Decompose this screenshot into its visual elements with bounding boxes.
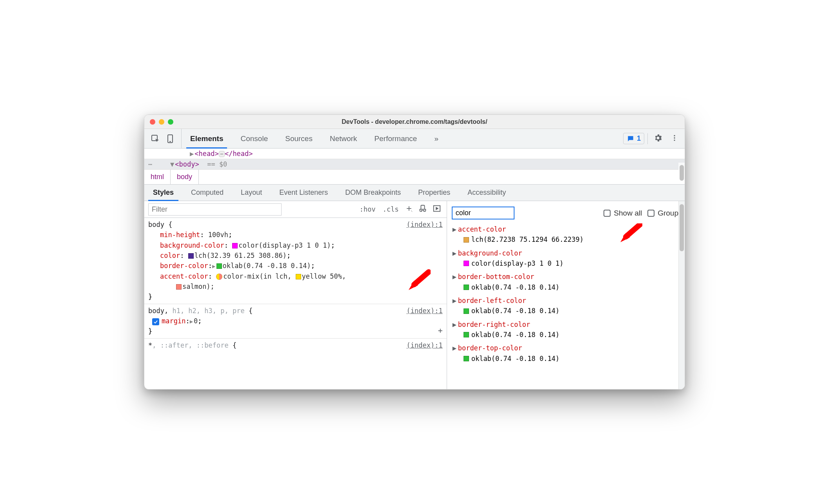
tab-network[interactable]: Network [321, 129, 366, 148]
styles-rules: body { (index):1 min-height: 100vh; back… [144, 218, 447, 389]
sidebar-tabs: Styles Computed Layout Event Listeners D… [144, 185, 685, 201]
computed-scrollbar[interactable] [678, 201, 685, 389]
main-scrollbar[interactable] [678, 163, 685, 170]
styles-pane: :hov .cls body { (index):1 [144, 201, 447, 389]
css-property[interactable]: min-height: 100vh; [148, 230, 443, 240]
color-swatch-icon[interactable] [464, 308, 469, 314]
color-swatch-icon[interactable] [464, 261, 469, 266]
computed-property[interactable]: ▶border-left-color oklab(0.74 -0.18 0.14… [453, 295, 679, 319]
css-property[interactable]: accent-color: color-mix(in lch, yellow 5… [148, 271, 443, 292]
color-swatch-icon[interactable] [188, 253, 194, 259]
inspect-element-icon[interactable] [151, 134, 160, 143]
expand-shorthand-icon[interactable]: ▶ [212, 262, 215, 271]
svg-point-3 [674, 135, 675, 136]
add-property-icon[interactable]: + [438, 325, 443, 337]
color-swatch-icon[interactable] [464, 237, 469, 243]
styles-filter-input[interactable] [148, 203, 282, 216]
expand-shorthand-icon[interactable]: ▶ [190, 317, 193, 326]
device-toggle-icon[interactable] [165, 134, 175, 143]
tab-sources[interactable]: Sources [276, 129, 321, 148]
main-toolbar: Elements Console Sources Network Perform… [144, 129, 685, 149]
show-all-checkbox[interactable]: Show all [604, 209, 642, 218]
subtab-computed[interactable]: Computed [182, 185, 232, 201]
color-swatch-icon[interactable] [176, 284, 182, 290]
tab-performance[interactable]: Performance [366, 129, 426, 148]
new-style-rule-icon[interactable] [404, 203, 414, 216]
crumb-body[interactable]: body [171, 170, 199, 184]
source-link[interactable]: (index):1 [407, 340, 443, 350]
style-rule[interactable]: body, h1, h2, h3, p, pre { (index):1 mar… [144, 304, 447, 339]
computed-property[interactable]: ▶background-color color(display-p3 1 0 1… [453, 247, 679, 271]
color-swatch-icon[interactable] [232, 243, 238, 248]
color-swatch-icon[interactable] [296, 274, 301, 279]
color-swatch-icon[interactable] [464, 356, 469, 361]
computed-filter-input[interactable] [452, 207, 514, 219]
css-property[interactable]: border-color:▶oklab(0.74 -0.18 0.14); [148, 261, 443, 271]
group-checkbox[interactable]: Group [647, 209, 678, 218]
issues-badge[interactable]: 1 [623, 133, 644, 144]
dom-node-head[interactable]: ▶<head>⋯</head> [144, 149, 685, 159]
source-link[interactable]: (index):1 [407, 306, 443, 316]
color-swatch-icon[interactable] [464, 332, 469, 337]
paint-brush-icon[interactable] [417, 203, 429, 216]
crumb-html[interactable]: html [144, 170, 171, 184]
cls-toggle[interactable]: .cls [380, 204, 401, 215]
color-swatch-icon[interactable] [216, 263, 222, 269]
settings-gear-icon[interactable] [651, 131, 665, 147]
panels: :hov .cls body { (index):1 [144, 201, 685, 389]
breadcrumb: html body [144, 170, 685, 185]
devtools-window: DevTools - developer.chrome.com/tags/dev… [144, 114, 685, 390]
subtab-styles[interactable]: Styles [144, 185, 182, 201]
css-property[interactable]: background-color: color(display-p3 1 0 1… [148, 240, 443, 250]
titlebar: DevTools - developer.chrome.com/tags/dev… [144, 115, 685, 129]
window-title: DevTools - developer.chrome.com/tags/dev… [144, 118, 685, 125]
svg-marker-9 [436, 207, 438, 210]
computed-property[interactable]: ▶accent-color lch(82.7238 75.1294 66.223… [453, 223, 679, 247]
color-mix-swatch-icon[interactable] [216, 274, 222, 280]
property-enable-checkbox[interactable] [152, 318, 159, 325]
collapse-ellipsis-icon[interactable]: ⋯ [219, 151, 225, 157]
css-property[interactable]: color: lch(32.39 61.25 308.86); [148, 250, 443, 261]
hov-toggle[interactable]: :hov [357, 204, 378, 215]
subtab-properties[interactable]: Properties [409, 185, 459, 201]
source-link[interactable]: (index):1 [407, 219, 443, 230]
toolbar-left-icons [144, 129, 182, 148]
svg-point-4 [674, 137, 675, 138]
css-property[interactable]: margin:▶0; [148, 316, 443, 326]
color-swatch-icon[interactable] [464, 285, 469, 290]
dom-node-body[interactable]: ⋯ ▼<body> == $0 [144, 159, 685, 170]
computed-panel-icon[interactable] [431, 203, 443, 216]
computed-properties: ▶accent-color lch(82.7238 75.1294 66.223… [450, 223, 682, 389]
computed-property[interactable]: ▶border-top-color oklab(0.74 -0.18 0.14) [453, 342, 679, 366]
svg-point-5 [674, 140, 675, 141]
subtab-layout[interactable]: Layout [232, 185, 271, 201]
computed-property[interactable]: ▶border-right-color oklab(0.74 -0.18 0.1… [453, 319, 679, 343]
subtab-event-listeners[interactable]: Event Listeners [271, 185, 336, 201]
main-tabs: Elements Console Sources Network Perform… [182, 129, 447, 148]
issues-count: 1 [637, 134, 641, 143]
toolbar-right: 1 [619, 129, 685, 148]
styles-toolbar: :hov .cls [144, 201, 447, 218]
tab-console[interactable]: Console [232, 129, 276, 148]
computed-toolbar: Show all Group [450, 207, 682, 223]
computed-pane: Show all Group ▶accent-color lch(82.7238… [447, 201, 685, 389]
style-rule[interactable]: *, ::after, ::before { (index):1 [144, 339, 447, 352]
subtab-dom-breakpoints[interactable]: DOM Breakpoints [336, 185, 409, 201]
computed-property[interactable]: ▶border-bottom-color oklab(0.74 -0.18 0.… [453, 271, 679, 295]
subtab-accessibility[interactable]: Accessibility [459, 185, 514, 201]
tabs-overflow-icon[interactable]: » [425, 129, 447, 148]
style-rule[interactable]: body { (index):1 min-height: 100vh; back… [144, 218, 447, 304]
dom-tree[interactable]: ▶<head>⋯</head> ⋯ ▼<body> == $0 [144, 149, 685, 170]
more-menu-icon[interactable] [668, 132, 681, 146]
tab-elements[interactable]: Elements [182, 129, 232, 148]
